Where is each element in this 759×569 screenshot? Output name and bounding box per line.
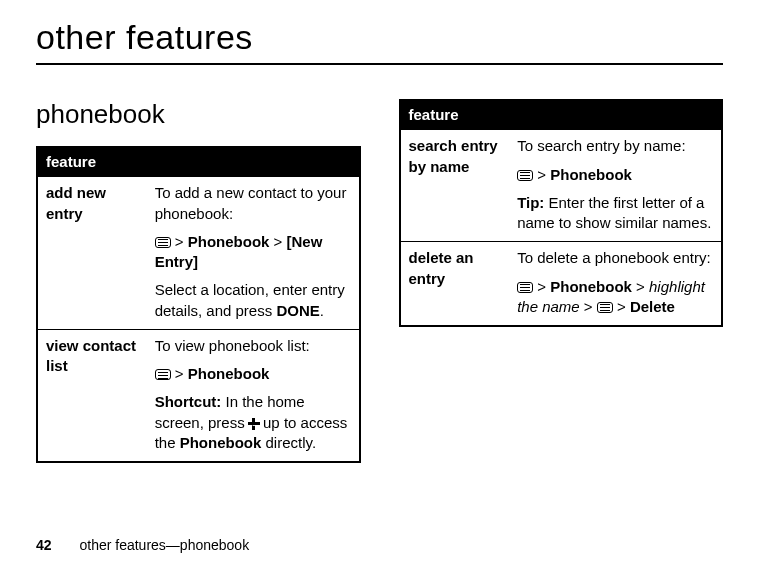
text: Enter the first letter of a name to show… [517,194,711,231]
shortcut-label: Shortcut: [155,393,222,410]
menu-icon [597,302,613,313]
feature-label: view contact list [37,329,147,462]
nav-phonebook: Phonebook [180,434,262,451]
nav-phonebook: Phonebook [188,365,270,382]
desc-text: Shortcut: In the home screen, press up t… [155,392,351,453]
feature-desc: To add a new contact to your phonebook: … [147,177,360,330]
menu-icon [517,282,533,293]
table-header: feature [37,147,360,177]
desc-nav-path: > Phonebook > [New Entry] [155,232,351,273]
table-row: add new entry To add a new contact to yo… [37,177,360,330]
table-row: view contact list To view phonebook list… [37,329,360,462]
left-feature-table: feature add new entry To add a new conta… [36,146,361,463]
menu-icon [155,369,171,380]
nav-phonebook: Phonebook [188,233,270,250]
page-number: 42 [36,537,52,553]
tip-label: Tip: [517,194,544,211]
nav-phonebook: Phonebook [550,278,632,295]
feature-desc: To delete a phonebook entry: > Phonebook… [509,242,722,326]
footer: 42 other features—phonebook [36,537,249,553]
desc-nav-path: > Phonebook [155,364,351,384]
section-title-phonebook: phonebook [36,99,361,130]
gt: > [617,298,626,315]
feature-label: search entry by name [400,130,510,242]
table-header: feature [400,100,723,130]
desc-text: Select a location, enter entry details, … [155,280,351,321]
feature-label: add new entry [37,177,147,330]
gt: > [537,166,546,183]
menu-icon [155,237,171,248]
feature-desc: To search entry by name: > Phonebook Tip… [509,130,722,242]
gt: > [274,233,283,250]
gt: > [636,278,645,295]
desc-text: To search entry by name: [517,136,713,156]
nav-key-icon [249,419,259,429]
gt: > [537,278,546,295]
gt: > [175,233,184,250]
feature-desc: To view phonebook list: > Phonebook Shor… [147,329,360,462]
text: . [320,302,324,319]
gt: > [175,365,184,382]
left-column: phonebook feature add new entry To add a… [36,99,361,463]
menu-icon [517,170,533,181]
feature-label: delete an entry [400,242,510,326]
done-label: DONE [276,302,319,319]
text: directly. [261,434,316,451]
page-title: other features [36,18,723,65]
right-column: feature search entry by name To search e… [399,99,724,463]
desc-text: To view phonebook list: [155,336,351,356]
desc-text: To add a new contact to your phonebook: [155,183,351,224]
breadcrumb: other features—phonebook [79,537,249,553]
desc-text: To delete a phonebook entry: [517,248,713,268]
right-feature-table: feature search entry by name To search e… [399,99,724,327]
content-columns: phonebook feature add new entry To add a… [36,99,723,463]
desc-nav-path: > Phonebook [517,165,713,185]
gt: > [584,298,593,315]
nav-phonebook: Phonebook [550,166,632,183]
nav-delete: Delete [630,298,675,315]
desc-nav-path: > Phonebook > highlight the name > > Del… [517,277,713,318]
table-row: delete an entry To delete a phonebook en… [400,242,723,326]
desc-text: Tip: Enter the first letter of a name to… [517,193,713,234]
table-row: search entry by name To search entry by … [400,130,723,242]
